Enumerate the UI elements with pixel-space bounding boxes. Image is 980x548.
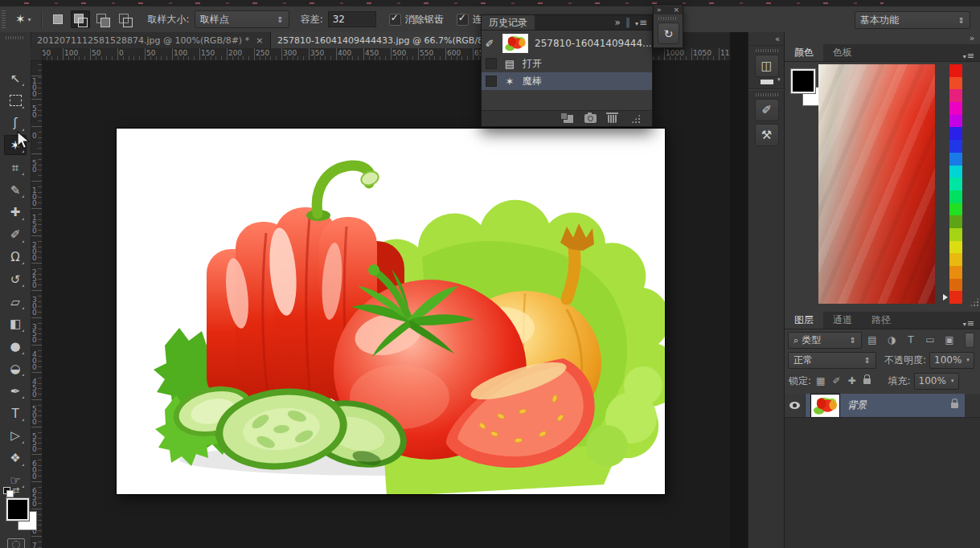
panel-icon-dock: « ◫ ✐ ⚒ (748, 32, 785, 548)
history-panel-icon[interactable]: ↻ (658, 22, 679, 44)
path-select-tool[interactable]: ▷ (4, 426, 27, 446)
magic-wand-tool[interactable]: ✶ (4, 135, 27, 155)
marquee-tool[interactable] (4, 91, 27, 111)
eyedropper-tool[interactable]: ✎ (4, 180, 27, 200)
pixel-layer-filter-icon[interactable]: ▤ (863, 333, 881, 348)
history-panel-tab[interactable]: 历史记录 (482, 15, 535, 30)
close-icon[interactable]: × (673, 6, 679, 14)
panel-grip[interactable] (658, 17, 678, 20)
panel-menu-icon[interactable]: ▾≡ (635, 17, 647, 28)
layer-filter-type-dropdown[interactable]: ⌕ 类型 ⇕ (788, 332, 862, 349)
document-tab-1[interactable]: 2012071112581528874.jpg @ 100%(RGB/8#) *… (31, 32, 271, 48)
new-selection-mode-button[interactable] (48, 10, 68, 28)
smart-object-filter-icon[interactable]: ▣ (941, 333, 958, 348)
tool-palette-grip[interactable] (6, 36, 25, 39)
ruler-left[interactable]: 1005005010015020025030035040045050055060… (31, 60, 43, 548)
properties-panel-icon[interactable]: ◫ (755, 55, 779, 77)
history-source-well[interactable] (486, 58, 497, 69)
brush-tool[interactable]: ✐ (4, 225, 27, 245)
expand-panel-icon[interactable]: » (657, 6, 662, 14)
updown-arrows-icon: ⇕ (950, 16, 965, 25)
move-tool[interactable]: ↖ (4, 68, 27, 88)
type-layer-filter-icon[interactable]: T (902, 333, 920, 348)
hue-segment (949, 77, 962, 90)
layer-thumbnail[interactable] (811, 395, 839, 417)
tab-paths[interactable]: 路径 (862, 312, 900, 329)
magic-wand-icon: ✶ (502, 76, 518, 88)
add-to-selection-mode-button[interactable] (71, 10, 90, 28)
new-snapshot-camera-icon[interactable] (584, 114, 597, 123)
collapse-panels-icon[interactable]: » (970, 34, 974, 43)
lasso-tool[interactable]: ʃ (4, 113, 27, 133)
layer-visibility-cell[interactable] (785, 394, 806, 417)
collapse-dock-icon[interactable]: « (775, 35, 780, 43)
healing-brush-tool[interactable]: ✚ (4, 202, 27, 223)
intersect-selection-mode-button[interactable] (116, 10, 135, 28)
dock-grip[interactable] (756, 49, 778, 52)
lock-row: 锁定: ▦✐✚ 填充: 100% ▾ (785, 373, 980, 389)
type-tool[interactable]: T (4, 403, 27, 423)
tab-swatches[interactable]: 色板 (823, 44, 862, 61)
tab-channels[interactable]: 通道 (823, 312, 862, 329)
contiguous-checkbox[interactable] (457, 14, 469, 26)
panel-menu-icon[interactable]: ▾≡ (963, 51, 980, 61)
dock-grip[interactable] (756, 93, 778, 96)
history-brush-source-icon[interactable]: ✐ (482, 38, 498, 50)
tool-presets-panel-icon[interactable]: ⚒ (755, 124, 779, 146)
tolerance-input[interactable]: 32 (328, 11, 376, 27)
pen-tool[interactable]: ✒ (4, 381, 27, 401)
lock-position-icon[interactable]: ✚ (847, 375, 855, 386)
tab-layers[interactable]: 图层 (785, 312, 823, 329)
collapse-panel-icon[interactable]: » (615, 17, 621, 28)
foreground-color-swatch[interactable] (791, 69, 815, 93)
subtract-from-selection-mode-button[interactable] (93, 10, 113, 28)
history-item-1[interactable]: ▤打开 (482, 55, 652, 72)
close-icon[interactable]: × (256, 35, 263, 46)
history-brush-tool[interactable]: ↺ (4, 269, 27, 289)
panel-resize-grip[interactable] (631, 114, 641, 124)
layer-row-background[interactable]: 背景 (785, 394, 980, 417)
hue-ramp[interactable] (949, 64, 962, 304)
blend-mode-dropdown[interactable]: 正常 ⇕ (788, 352, 876, 369)
color-picker-field[interactable] (818, 64, 935, 304)
quick-mask-button[interactable] (7, 538, 25, 548)
pasteboard[interactable] (42, 60, 730, 548)
clone-stamp-tool[interactable]: Ω (4, 247, 27, 267)
lock-transparency-icon[interactable]: ▦ (816, 375, 825, 386)
layer-row-selected[interactable]: 背景 (806, 394, 965, 417)
canvas-image[interactable] (117, 129, 665, 494)
history-source-well[interactable] (486, 76, 497, 87)
opacity-dropdown[interactable]: 100% ▾ (929, 352, 974, 369)
lock-paint-icon[interactable]: ✐ (832, 375, 840, 386)
new-document-from-state-icon[interactable] (564, 115, 573, 123)
brush-presets-panel-icon[interactable]: ✐ (755, 99, 779, 121)
tab-color[interactable]: 颜色 (785, 44, 823, 61)
fill-dropdown[interactable]: 100% ▾ (914, 373, 959, 390)
blur-tool[interactable]: ● (4, 337, 27, 357)
history-item-2[interactable]: ✶魔棒 (482, 72, 652, 90)
hue-slider-marker[interactable] (943, 294, 948, 301)
sample-size-dropdown[interactable]: 取样点 ⇕ (195, 10, 289, 28)
workspace-switcher[interactable]: 基本功能 ⇕ (855, 11, 970, 29)
panel-menu-icon[interactable]: ▾≡ (963, 318, 980, 329)
gradient-tool[interactable]: ◧ (4, 314, 27, 334)
document-tab-2[interactable]: 257810-16041409444433.jpg @ 66.7%(RGB/8 (271, 32, 495, 48)
shape-tool[interactable]: ❖ (4, 448, 27, 468)
foreground-color-swatch[interactable] (6, 498, 29, 521)
layer-filter-toggle[interactable] (965, 333, 974, 348)
shape-layer-filter-icon[interactable]: ▭ (921, 333, 939, 348)
tool-preset-picker[interactable]: ✶ ▾ (10, 10, 36, 28)
anti-alias-checkbox[interactable] (389, 14, 401, 26)
options-bar-grip[interactable] (2, 10, 6, 28)
panel-column-header: » (785, 32, 980, 44)
hand-tool[interactable]: ☞ (4, 470, 27, 490)
adjustment-layer-filter-icon[interactable]: ◑ (883, 333, 900, 348)
dodge-tool[interactable]: ◒ (4, 358, 27, 378)
lock-all-icon[interactable] (863, 378, 871, 384)
delete-state-trash-icon[interactable] (608, 115, 617, 123)
hue-segment (949, 203, 962, 216)
history-snapshot-row[interactable]: ✐ 257810-16041409444... (482, 34, 652, 53)
panel-resize-grip[interactable] (970, 297, 979, 307)
crop-tool[interactable]: ⌗ (4, 157, 27, 178)
eraser-tool[interactable]: ▱ (4, 292, 27, 312)
